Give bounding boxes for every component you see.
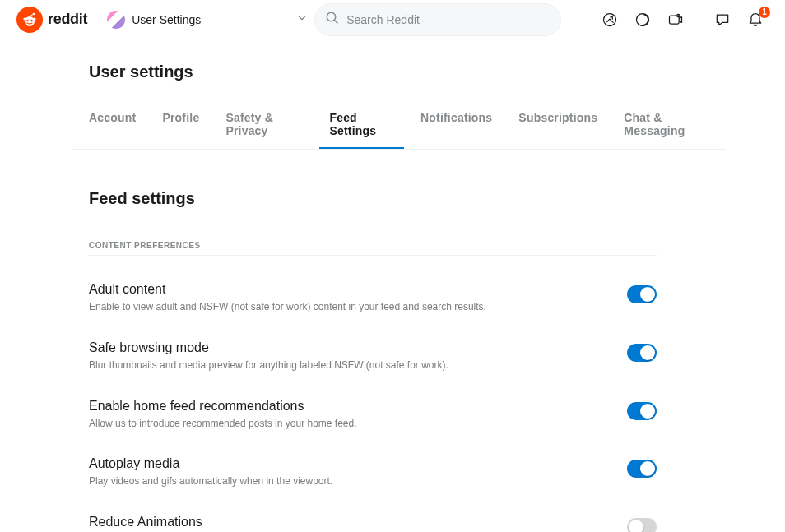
community-label: User Settings: [132, 13, 290, 26]
logo[interactable]: reddit: [16, 7, 87, 33]
setting-reduce-animations: Reduce Animations Reduce animations on p…: [89, 515, 657, 532]
tab-account[interactable]: Account: [79, 101, 146, 149]
brand-text: reddit: [48, 11, 87, 28]
setting-title: Adult content: [89, 282, 607, 297]
page-title: User settings: [89, 62, 709, 81]
setting-title: Reduce Animations: [89, 515, 607, 530]
tab-subscriptions[interactable]: Subscriptions: [509, 101, 607, 149]
chat-icon[interactable]: [709, 7, 736, 33]
setting-title: Enable home feed recommendations: [89, 399, 607, 414]
svg-point-1: [26, 19, 28, 21]
search-box[interactable]: [314, 3, 561, 36]
chevron-down-icon: [296, 12, 308, 27]
tab-safety[interactable]: Safety & Privacy: [216, 101, 313, 149]
toggle-reduce-animations[interactable]: [627, 518, 657, 532]
setting-desc: Enable to view adult and NSFW (not safe …: [89, 300, 607, 314]
notifications-icon[interactable]: 1: [742, 7, 769, 33]
content-preferences-header: Content Preferences: [89, 241, 657, 256]
header-actions: 1: [597, 7, 769, 33]
toggle-safe-browsing[interactable]: [627, 344, 657, 362]
tab-notifications[interactable]: Notifications: [411, 101, 502, 149]
toggle-adult-content[interactable]: [627, 285, 657, 303]
setting-home-recommendations: Enable home feed recommendations Allow u…: [89, 399, 657, 431]
avatar-icon: [107, 11, 125, 29]
setting-desc: Blur thumbnails and media preview for an…: [89, 359, 607, 372]
toggle-home-recommendations[interactable]: [627, 402, 657, 420]
setting-title: Safe browsing mode: [89, 340, 607, 355]
section-title: Feed settings: [89, 189, 709, 208]
reddit-logo-icon: [16, 7, 43, 33]
app-header: reddit User Settings 1: [0, 0, 785, 39]
svg-point-3: [23, 17, 26, 20]
talk-icon[interactable]: [662, 7, 689, 33]
search-icon: [325, 11, 340, 29]
svg-point-2: [30, 19, 32, 21]
toggle-autoplay-media[interactable]: [627, 460, 657, 478]
svg-point-8: [637, 13, 649, 25]
setting-title: Autoplay media: [89, 456, 607, 471]
tab-feed-settings[interactable]: Feed Settings: [319, 101, 404, 149]
divider: [699, 12, 699, 28]
coins-icon[interactable]: [629, 7, 656, 33]
notification-badge: 1: [759, 7, 770, 18]
svg-point-4: [33, 17, 35, 20]
search-input[interactable]: [346, 13, 550, 26]
tab-chat[interactable]: Chat & Messaging: [614, 101, 719, 149]
community-dropdown[interactable]: User Settings: [100, 5, 314, 35]
settings-tabs: Account Profile Safety & Privacy Feed Se…: [72, 101, 726, 150]
svg-point-0: [25, 16, 35, 26]
setting-autoplay-media: Autoplay media Play videos and gifs auto…: [89, 456, 657, 488]
popular-link-icon[interactable]: [597, 7, 623, 33]
tab-profile[interactable]: Profile: [152, 101, 209, 149]
setting-safe-browsing: Safe browsing mode Blur thumbnails and m…: [89, 340, 657, 372]
main-content: User settings Account Profile Safety & P…: [76, 39, 709, 532]
setting-desc: Play videos and gifs automatically when …: [89, 474, 607, 488]
setting-desc: Allow us to introduce recommended posts …: [89, 417, 607, 431]
setting-adult-content: Adult content Enable to view adult and N…: [89, 282, 657, 314]
